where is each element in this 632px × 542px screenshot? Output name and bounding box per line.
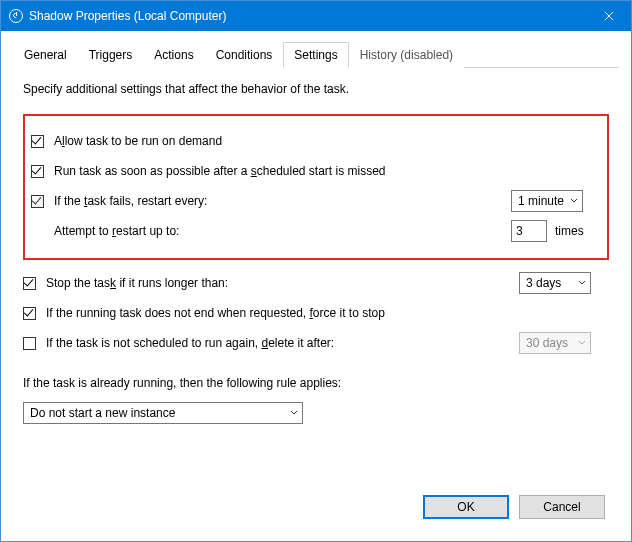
- close-icon: [604, 11, 614, 21]
- stop-longer-label: Stop the task if it runs longer than:: [46, 276, 228, 290]
- tab-strip: General Triggers Actions Conditions Sett…: [13, 41, 619, 68]
- allow-demand-label: Allow task to be run on demand: [54, 134, 222, 148]
- running-rule-select[interactable]: Do not start a new instance: [23, 402, 303, 424]
- dialog-footer: OK Cancel: [13, 485, 619, 533]
- tab-actions[interactable]: Actions: [143, 42, 204, 68]
- settings-panel: Specify additional settings that affect …: [13, 68, 619, 485]
- running-rule-intro: If the task is already running, then the…: [23, 376, 341, 390]
- attempt-suffix: times: [555, 224, 584, 238]
- force-stop-label: If the running task does not end when re…: [46, 306, 385, 320]
- close-button[interactable]: [586, 1, 631, 31]
- run-asap-label: Run task as soon as possible after a sch…: [54, 164, 386, 178]
- properties-dialog: Shadow Properties (Local Computer) Gener…: [0, 0, 632, 542]
- tab-history[interactable]: History (disabled): [349, 42, 464, 68]
- chevron-down-icon: [570, 197, 578, 205]
- attempt-label: Attempt to restart up to:: [54, 224, 179, 238]
- restart-interval-select[interactable]: 1 minute: [511, 190, 583, 212]
- highlighted-settings: Allow task to be run on demand Run task …: [23, 114, 609, 260]
- delete-duration-select: 30 days: [519, 332, 591, 354]
- chevron-down-icon: [578, 339, 586, 347]
- tab-conditions[interactable]: Conditions: [205, 42, 284, 68]
- force-stop-checkbox[interactable]: [23, 307, 36, 320]
- delete-after-checkbox[interactable]: [23, 337, 36, 350]
- settings-intro: Specify additional settings that affect …: [23, 82, 609, 96]
- clock-icon: [9, 9, 23, 23]
- ok-button[interactable]: OK: [423, 495, 509, 519]
- restart-fail-label: If the task fails, restart every:: [54, 194, 207, 208]
- chevron-down-icon: [578, 279, 586, 287]
- window-title: Shadow Properties (Local Computer): [29, 9, 586, 23]
- restart-fail-checkbox[interactable]: [31, 195, 44, 208]
- stop-longer-checkbox[interactable]: [23, 277, 36, 290]
- chevron-down-icon: [290, 409, 298, 417]
- dialog-content: General Triggers Actions Conditions Sett…: [1, 31, 631, 541]
- tab-triggers[interactable]: Triggers: [78, 42, 144, 68]
- titlebar: Shadow Properties (Local Computer): [1, 1, 631, 31]
- allow-demand-checkbox[interactable]: [31, 135, 44, 148]
- delete-after-label: If the task is not scheduled to run agai…: [46, 336, 334, 350]
- stop-duration-select[interactable]: 3 days: [519, 272, 591, 294]
- cancel-button[interactable]: Cancel: [519, 495, 605, 519]
- run-asap-checkbox[interactable]: [31, 165, 44, 178]
- attempt-count-input[interactable]: [511, 220, 547, 242]
- tab-general[interactable]: General: [13, 42, 78, 68]
- tab-settings[interactable]: Settings: [283, 42, 348, 68]
